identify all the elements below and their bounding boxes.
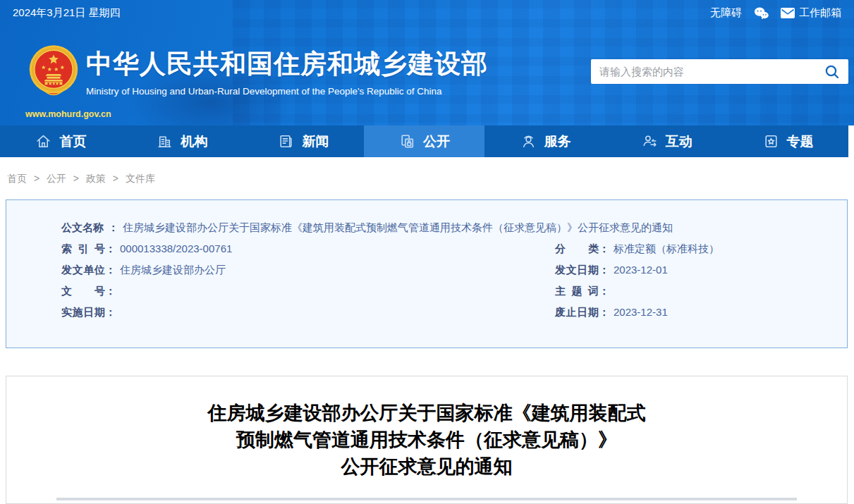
site-title: 中华人民共和国住房和城乡建设部 <box>86 49 488 80</box>
doc-info-row: 文号： 主题词： <box>6 281 847 302</box>
national-emblem-icon <box>27 44 80 104</box>
site-titles: 中华人民共和国住房和城乡建设部 Ministry of Housing and … <box>86 49 488 97</box>
doc-name-value: 住房城乡建设部办公厅关于国家标准《建筑用装配式预制燃气管道通用技术条件（征求意见… <box>123 221 673 233</box>
breadcrumb-separator: > <box>113 173 118 184</box>
nav-label: 公开 <box>423 133 450 151</box>
category-label: 分类 <box>555 242 599 256</box>
issue-date-label: 发文日期 <box>555 264 599 277</box>
nav-item-home[interactable]: 首页 <box>0 125 121 157</box>
label-colon: ： <box>105 285 116 297</box>
nav-label: 首页 <box>59 133 86 151</box>
interaction-icon <box>641 133 659 150</box>
breadcrumb-policy[interactable]: 政策 <box>86 173 106 184</box>
doc-number-cell: 文号： <box>6 285 555 298</box>
index-number-cell: 索引号：000013338/2023-00761 <box>6 242 555 256</box>
nav-item-interaction[interactable]: 互动 <box>606 125 727 157</box>
issue-date-value: 2023-12-01 <box>614 264 668 276</box>
nav-item-organization[interactable]: 机构 <box>121 125 243 157</box>
site-search <box>591 59 848 84</box>
article-box: 住房城乡建设部办公厅关于国家标准《建筑用装配式 预制燃气管道通用技术条件（征求意… <box>6 376 848 504</box>
breadcrumb: 首页 > 公开 > 政策 > 文件库 <box>7 173 854 183</box>
search-input[interactable] <box>591 66 816 78</box>
disclosure-icon <box>398 133 416 150</box>
current-date: 2024年3月21日 星期四 <box>13 6 121 20</box>
repeal-date-cell: 废止日期：2023-12-31 <box>555 306 847 319</box>
doc-info-row: 实施日期： 废止日期：2023-12-31 <box>6 302 847 323</box>
nav-label: 专题 <box>787 133 814 151</box>
label-colon: ： <box>599 264 609 276</box>
wechat-icon <box>753 6 769 20</box>
organization-icon <box>156 133 173 150</box>
issue-date-cell: 发文日期：2023-12-01 <box>555 264 847 277</box>
implementation-date-cell: 实施日期： <box>6 306 555 319</box>
category-cell: 分类：标准定额（标准科技） <box>555 242 847 256</box>
doc-name-label: 公文名称 <box>61 221 104 233</box>
nav-label: 服务 <box>544 133 571 151</box>
doc-info-row: 公文名称：住房城乡建设部办公厅关于国家标准《建筑用装配式预制燃气管道通用技术条件… <box>6 217 847 238</box>
breadcrumb-separator: > <box>73 173 79 184</box>
label-colon: ： <box>108 221 118 233</box>
doc-info-row: 索引号：000013338/2023-00761 分类：标准定额（标准科技） <box>6 238 847 259</box>
main-nav: 首页 机构 新闻 公开 服务 互动 <box>0 125 848 157</box>
issuing-unit-cell: 发文单位：住房城乡建设部办公厅 <box>6 264 555 277</box>
site-url: www.mohurd.gov.cn <box>25 109 82 119</box>
subject-words-label: 主题词 <box>555 285 599 298</box>
top-bar: 2024年3月21日 星期四 无障碍 工作邮箱 <box>0 0 854 25</box>
accessibility-label: 无障碍 <box>710 6 742 20</box>
search-icon <box>824 64 840 80</box>
label-colon: ： <box>105 264 116 276</box>
nav-item-special-topics[interactable]: 专题 <box>727 125 848 157</box>
subject-words-cell: 主题词： <box>555 285 847 298</box>
title-divider <box>56 498 797 500</box>
doc-number-label: 文号 <box>61 285 105 298</box>
nav-label: 互动 <box>666 133 693 151</box>
nav-item-services[interactable]: 服务 <box>484 125 606 157</box>
nav-item-disclosure[interactable]: 公开 <box>364 125 485 157</box>
mail-icon <box>781 8 795 18</box>
work-mailbox-label: 工作邮箱 <box>799 6 841 20</box>
doc-name-cell: 公文名称：住房城乡建设部办公厅关于国家标准《建筑用装配式预制燃气管道通用技术条件… <box>6 221 847 235</box>
site-header: 2024年3月21日 星期四 无障碍 工作邮箱 <box>0 0 854 125</box>
label-colon: ： <box>599 242 609 254</box>
repeal-date-label: 废止日期 <box>555 306 599 319</box>
nav-label: 新闻 <box>302 133 329 151</box>
breadcrumb-home[interactable]: 首页 <box>7 173 27 184</box>
repeal-date-value: 2023-12-31 <box>614 306 668 318</box>
article-title-line: 公开征求意见的通知 <box>6 453 847 480</box>
breadcrumb-document-library[interactable]: 文件库 <box>126 173 155 184</box>
site-logo[interactable]: www.mohurd.gov.cn <box>25 44 82 119</box>
index-number-label: 索引号 <box>61 242 105 256</box>
wechat-link[interactable] <box>753 6 769 20</box>
site-title-english: Ministry of Housing and Urban-Rural Deve… <box>86 86 488 97</box>
label-colon: ： <box>599 306 609 318</box>
document-info-box: 公文名称：住房城乡建设部办公厅关于国家标准《建筑用装配式预制燃气管道通用技术条件… <box>6 199 848 348</box>
home-icon <box>35 133 52 150</box>
label-colon: ： <box>105 242 116 254</box>
nav-label: 机构 <box>181 133 207 151</box>
issuing-unit-label: 发文单位 <box>61 264 105 277</box>
search-button[interactable] <box>816 59 848 84</box>
special-topics-icon <box>762 133 780 150</box>
article-title-line: 预制燃气管道通用技术条件（征求意见稿）》 <box>6 426 847 453</box>
issuing-unit-value: 住房城乡建设部办公厅 <box>120 264 226 276</box>
label-colon: ： <box>599 285 609 297</box>
service-icon <box>520 133 537 150</box>
breadcrumb-separator: > <box>34 173 39 184</box>
breadcrumb-disclosure[interactable]: 公开 <box>47 173 66 184</box>
label-colon: ： <box>105 306 116 318</box>
work-mailbox-link[interactable]: 工作邮箱 <box>781 6 841 20</box>
doc-info-row: 发文单位：住房城乡建设部办公厅 发文日期：2023-12-01 <box>6 259 847 281</box>
category-value: 标准定额（标准科技） <box>614 242 719 254</box>
accessibility-link[interactable]: 无障碍 <box>710 6 742 20</box>
implementation-date-label: 实施日期 <box>61 306 105 319</box>
article-title-line: 住房城乡建设部办公厅关于国家标准《建筑用装配式 <box>6 400 847 426</box>
top-bar-links: 无障碍 工作邮箱 <box>710 6 841 20</box>
nav-item-news[interactable]: 新闻 <box>243 125 364 157</box>
news-icon <box>277 133 295 150</box>
index-number-value: 000013338/2023-00761 <box>120 242 232 254</box>
article-title: 住房城乡建设部办公厅关于国家标准《建筑用装配式 预制燃气管道通用技术条件（征求意… <box>6 400 847 480</box>
